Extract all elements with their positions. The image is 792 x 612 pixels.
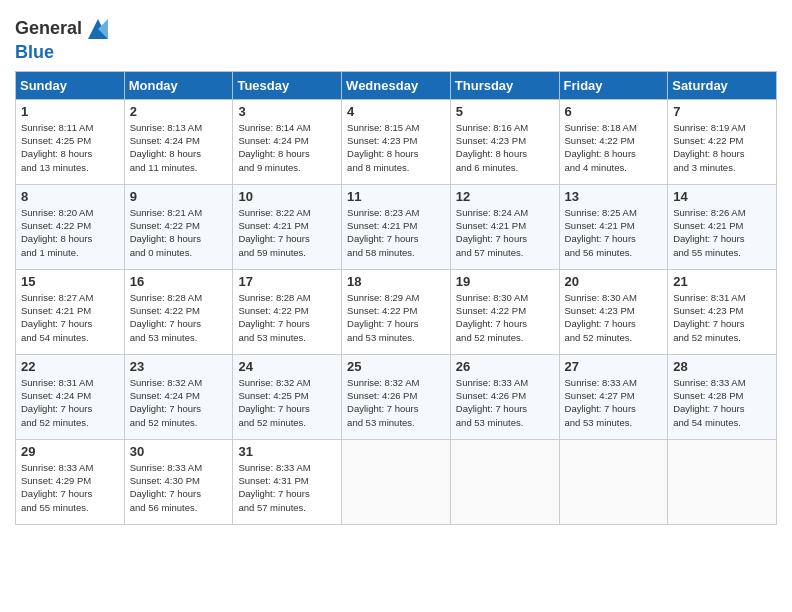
calendar-cell: 28Sunrise: 8:33 AM Sunset: 4:28 PM Dayli…: [668, 354, 777, 439]
calendar-day-header: Monday: [124, 71, 233, 99]
day-number: 24: [238, 359, 336, 374]
day-info: Sunrise: 8:21 AM Sunset: 4:22 PM Dayligh…: [130, 206, 228, 259]
day-number: 18: [347, 274, 445, 289]
day-info: Sunrise: 8:28 AM Sunset: 4:22 PM Dayligh…: [130, 291, 228, 344]
day-number: 6: [565, 104, 663, 119]
day-info: Sunrise: 8:24 AM Sunset: 4:21 PM Dayligh…: [456, 206, 554, 259]
day-number: 10: [238, 189, 336, 204]
day-info: Sunrise: 8:32 AM Sunset: 4:24 PM Dayligh…: [130, 376, 228, 429]
day-info: Sunrise: 8:29 AM Sunset: 4:22 PM Dayligh…: [347, 291, 445, 344]
logo-blue: Blue: [15, 42, 54, 62]
day-info: Sunrise: 8:14 AM Sunset: 4:24 PM Dayligh…: [238, 121, 336, 174]
calendar-cell: 29Sunrise: 8:33 AM Sunset: 4:29 PM Dayli…: [16, 439, 125, 524]
day-info: Sunrise: 8:23 AM Sunset: 4:21 PM Dayligh…: [347, 206, 445, 259]
calendar-week-row: 1Sunrise: 8:11 AM Sunset: 4:25 PM Daylig…: [16, 99, 777, 184]
calendar-cell: 2Sunrise: 8:13 AM Sunset: 4:24 PM Daylig…: [124, 99, 233, 184]
calendar-cell: 25Sunrise: 8:32 AM Sunset: 4:26 PM Dayli…: [342, 354, 451, 439]
calendar-week-row: 22Sunrise: 8:31 AM Sunset: 4:24 PM Dayli…: [16, 354, 777, 439]
day-number: 12: [456, 189, 554, 204]
calendar-cell: 12Sunrise: 8:24 AM Sunset: 4:21 PM Dayli…: [450, 184, 559, 269]
logo: General Blue: [15, 15, 112, 63]
calendar-week-row: 8Sunrise: 8:20 AM Sunset: 4:22 PM Daylig…: [16, 184, 777, 269]
logo-text: General Blue: [15, 15, 112, 63]
day-number: 15: [21, 274, 119, 289]
day-number: 28: [673, 359, 771, 374]
calendar-cell: [668, 439, 777, 524]
day-info: Sunrise: 8:19 AM Sunset: 4:22 PM Dayligh…: [673, 121, 771, 174]
calendar-cell: 30Sunrise: 8:33 AM Sunset: 4:30 PM Dayli…: [124, 439, 233, 524]
day-number: 19: [456, 274, 554, 289]
calendar-cell: 26Sunrise: 8:33 AM Sunset: 4:26 PM Dayli…: [450, 354, 559, 439]
day-info: Sunrise: 8:18 AM Sunset: 4:22 PM Dayligh…: [565, 121, 663, 174]
day-number: 31: [238, 444, 336, 459]
calendar-cell: [559, 439, 668, 524]
calendar-day-header: Wednesday: [342, 71, 451, 99]
day-number: 3: [238, 104, 336, 119]
day-info: Sunrise: 8:33 AM Sunset: 4:29 PM Dayligh…: [21, 461, 119, 514]
calendar-cell: 14Sunrise: 8:26 AM Sunset: 4:21 PM Dayli…: [668, 184, 777, 269]
calendar-cell: 19Sunrise: 8:30 AM Sunset: 4:22 PM Dayli…: [450, 269, 559, 354]
day-number: 1: [21, 104, 119, 119]
calendar-cell: 22Sunrise: 8:31 AM Sunset: 4:24 PM Dayli…: [16, 354, 125, 439]
day-number: 2: [130, 104, 228, 119]
day-number: 8: [21, 189, 119, 204]
day-info: Sunrise: 8:20 AM Sunset: 4:22 PM Dayligh…: [21, 206, 119, 259]
day-info: Sunrise: 8:32 AM Sunset: 4:25 PM Dayligh…: [238, 376, 336, 429]
calendar-cell: [450, 439, 559, 524]
calendar-cell: 6Sunrise: 8:18 AM Sunset: 4:22 PM Daylig…: [559, 99, 668, 184]
day-number: 11: [347, 189, 445, 204]
calendar-cell: 20Sunrise: 8:30 AM Sunset: 4:23 PM Dayli…: [559, 269, 668, 354]
day-info: Sunrise: 8:33 AM Sunset: 4:26 PM Dayligh…: [456, 376, 554, 429]
day-number: 29: [21, 444, 119, 459]
day-info: Sunrise: 8:32 AM Sunset: 4:26 PM Dayligh…: [347, 376, 445, 429]
day-info: Sunrise: 8:33 AM Sunset: 4:31 PM Dayligh…: [238, 461, 336, 514]
calendar-cell: 7Sunrise: 8:19 AM Sunset: 4:22 PM Daylig…: [668, 99, 777, 184]
day-info: Sunrise: 8:33 AM Sunset: 4:30 PM Dayligh…: [130, 461, 228, 514]
day-info: Sunrise: 8:27 AM Sunset: 4:21 PM Dayligh…: [21, 291, 119, 344]
calendar-cell: 1Sunrise: 8:11 AM Sunset: 4:25 PM Daylig…: [16, 99, 125, 184]
calendar-cell: 18Sunrise: 8:29 AM Sunset: 4:22 PM Dayli…: [342, 269, 451, 354]
calendar-cell: 31Sunrise: 8:33 AM Sunset: 4:31 PM Dayli…: [233, 439, 342, 524]
day-number: 5: [456, 104, 554, 119]
calendar-cell: 11Sunrise: 8:23 AM Sunset: 4:21 PM Dayli…: [342, 184, 451, 269]
day-number: 14: [673, 189, 771, 204]
day-info: Sunrise: 8:31 AM Sunset: 4:24 PM Dayligh…: [21, 376, 119, 429]
calendar-day-header: Thursday: [450, 71, 559, 99]
calendar-cell: 5Sunrise: 8:16 AM Sunset: 4:23 PM Daylig…: [450, 99, 559, 184]
day-info: Sunrise: 8:31 AM Sunset: 4:23 PM Dayligh…: [673, 291, 771, 344]
calendar-cell: 17Sunrise: 8:28 AM Sunset: 4:22 PM Dayli…: [233, 269, 342, 354]
calendar-cell: 13Sunrise: 8:25 AM Sunset: 4:21 PM Dayli…: [559, 184, 668, 269]
calendar-week-row: 29Sunrise: 8:33 AM Sunset: 4:29 PM Dayli…: [16, 439, 777, 524]
day-info: Sunrise: 8:13 AM Sunset: 4:24 PM Dayligh…: [130, 121, 228, 174]
day-info: Sunrise: 8:22 AM Sunset: 4:21 PM Dayligh…: [238, 206, 336, 259]
day-info: Sunrise: 8:30 AM Sunset: 4:23 PM Dayligh…: [565, 291, 663, 344]
day-number: 16: [130, 274, 228, 289]
calendar-day-header: Tuesday: [233, 71, 342, 99]
day-number: 22: [21, 359, 119, 374]
day-number: 25: [347, 359, 445, 374]
day-number: 20: [565, 274, 663, 289]
calendar-table: SundayMondayTuesdayWednesdayThursdayFrid…: [15, 71, 777, 525]
calendar-cell: 9Sunrise: 8:21 AM Sunset: 4:22 PM Daylig…: [124, 184, 233, 269]
calendar-cell: [342, 439, 451, 524]
day-info: Sunrise: 8:11 AM Sunset: 4:25 PM Dayligh…: [21, 121, 119, 174]
calendar-cell: 27Sunrise: 8:33 AM Sunset: 4:27 PM Dayli…: [559, 354, 668, 439]
day-number: 30: [130, 444, 228, 459]
calendar-cell: 23Sunrise: 8:32 AM Sunset: 4:24 PM Dayli…: [124, 354, 233, 439]
day-info: Sunrise: 8:25 AM Sunset: 4:21 PM Dayligh…: [565, 206, 663, 259]
logo-icon: [84, 15, 112, 43]
calendar-day-header: Saturday: [668, 71, 777, 99]
page-container: General Blue SundayMondayTuesdayWednesda…: [0, 0, 792, 535]
day-info: Sunrise: 8:26 AM Sunset: 4:21 PM Dayligh…: [673, 206, 771, 259]
day-number: 17: [238, 274, 336, 289]
calendar-week-row: 15Sunrise: 8:27 AM Sunset: 4:21 PM Dayli…: [16, 269, 777, 354]
calendar-cell: 21Sunrise: 8:31 AM Sunset: 4:23 PM Dayli…: [668, 269, 777, 354]
day-info: Sunrise: 8:33 AM Sunset: 4:27 PM Dayligh…: [565, 376, 663, 429]
day-info: Sunrise: 8:15 AM Sunset: 4:23 PM Dayligh…: [347, 121, 445, 174]
calendar-day-header: Sunday: [16, 71, 125, 99]
calendar-cell: 15Sunrise: 8:27 AM Sunset: 4:21 PM Dayli…: [16, 269, 125, 354]
logo-general: General: [15, 18, 82, 38]
day-info: Sunrise: 8:30 AM Sunset: 4:22 PM Dayligh…: [456, 291, 554, 344]
calendar-cell: 4Sunrise: 8:15 AM Sunset: 4:23 PM Daylig…: [342, 99, 451, 184]
day-number: 13: [565, 189, 663, 204]
